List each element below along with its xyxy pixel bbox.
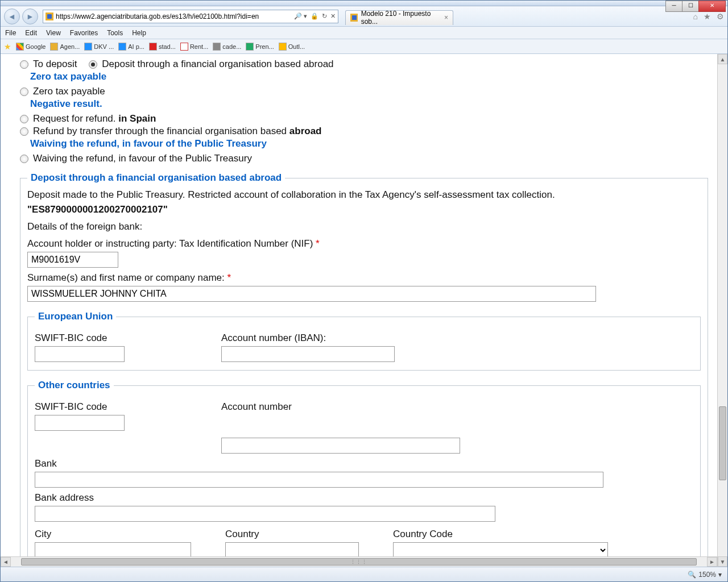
close-button[interactable]: ✕ — [698, 1, 726, 12]
scroll-thumb[interactable] — [719, 406, 726, 480]
hscroll-right-arrow[interactable]: ► — [707, 557, 717, 567]
status-bar: 🔍 150% ▾ — [1, 567, 727, 581]
address-bar[interactable]: https://www2.agenciatributaria.gob.es/es… — [43, 10, 338, 23]
legend-eu: European Union — [35, 311, 116, 322]
deposit-intro: Deposit made to the Public Treasury. Res… — [27, 189, 701, 201]
tab-strip: Modelo 210 - Impuesto sob... × — [345, 8, 691, 25]
label-bank-addr: Bank address — [35, 492, 693, 504]
input-other-acct[interactable] — [221, 438, 460, 454]
menu-bar: File Edit View Favorites Tools Help — [1, 27, 727, 39]
input-eu-swift[interactable] — [35, 346, 125, 362]
label-eu-swift: SWIFT-BIC code — [35, 332, 125, 344]
zoom-value: 150% — [698, 571, 716, 579]
back-button[interactable]: ◄ — [4, 9, 20, 24]
lock-icon: 🔒 — [311, 13, 318, 20]
maximize-button[interactable]: ☐ — [682, 1, 699, 12]
fav-agen[interactable]: Agen... — [50, 43, 80, 51]
input-eu-iban[interactable] — [221, 346, 395, 362]
stop-icon[interactable]: ✕ — [330, 13, 336, 20]
label-other-swift: SWIFT-BIC code — [35, 401, 125, 413]
fav-pren[interactable]: Pren... — [246, 43, 274, 51]
browser-window: ─ ☐ ✕ ◄ ► https://www2.agenciatributaria… — [0, 0, 728, 582]
radio-to-deposit[interactable] — [20, 60, 28, 69]
radio-refund-spain[interactable] — [20, 115, 28, 123]
menu-edit[interactable]: Edit — [25, 29, 37, 37]
heading-negative: Negative result. — [30, 98, 708, 110]
label-refund-abroad: Refund by transfer through the financial… — [33, 126, 321, 137]
label-to-deposit: To deposit — [33, 59, 77, 70]
label-waive: Waiving the refund, in favour of the Pub… — [33, 153, 252, 164]
scroll-up-arrow[interactable]: ▲ — [718, 54, 727, 64]
nav-bar: ◄ ► https://www2.agenciatributaria.gob.e… — [1, 6, 727, 27]
heading-waive: Waiving the refund, in favour of the Pub… — [30, 138, 708, 149]
hscroll-thumb[interactable]: ⋮⋮⋮ — [21, 558, 697, 566]
fav-dkv[interactable]: DKV ... — [84, 43, 114, 51]
input-bank-addr[interactable] — [35, 506, 495, 522]
label-eu-iban: Account number (IBAN): — [221, 332, 395, 344]
label-city: City — [35, 529, 191, 540]
input-other-swift[interactable] — [35, 415, 125, 431]
input-name[interactable] — [27, 286, 596, 302]
fieldset-deposit-abroad: Deposit through a financial organisation… — [20, 172, 708, 567]
content-area: To deposit Deposit through a financial o… — [1, 54, 727, 567]
zoom-control[interactable]: 🔍 150% ▾ — [688, 571, 722, 579]
zoom-dropdown-icon[interactable]: ▾ — [718, 571, 722, 579]
tab-close-icon[interactable]: × — [444, 14, 448, 22]
home-icon[interactable]: ⌂ — [693, 12, 698, 21]
radio-deposit-abroad[interactable] — [89, 60, 97, 69]
input-country[interactable] — [225, 542, 359, 558]
horizontal-scrollbar[interactable]: ◄ ⋮⋮⋮ ► — [1, 556, 717, 567]
site-favicon — [46, 13, 53, 20]
label-country-code: Country Code — [393, 529, 608, 540]
legend-other: Other countries — [35, 380, 114, 391]
tools-gear-icon[interactable]: ⚙ — [717, 12, 724, 21]
address-controls: 🔎 ▾ 🔒 ↻ ✕ — [294, 13, 336, 20]
fav-aip[interactable]: AI p... — [118, 43, 144, 51]
forward-button[interactable]: ► — [22, 9, 38, 24]
vertical-scrollbar[interactable]: ▲ ▼ — [717, 54, 727, 567]
fav-google[interactable]: Google — [16, 43, 46, 51]
radio-refund-abroad[interactable] — [20, 127, 28, 136]
label-deposit-abroad: Deposit through a financial organisation… — [102, 59, 333, 70]
search-dropdown-icon[interactable]: 🔎 ▾ — [294, 13, 307, 20]
title-bar: ─ ☐ ✕ — [1, 1, 727, 6]
scroll-down-arrow[interactable]: ▼ — [718, 556, 727, 567]
menu-help[interactable]: Help — [132, 29, 146, 37]
page-body: To deposit Deposit through a financial o… — [1, 54, 717, 567]
fav-stad[interactable]: stad... — [149, 43, 176, 51]
label-bank: Bank — [35, 458, 693, 469]
url-text: https://www2.agenciatributaria.gob.es/es… — [56, 13, 259, 20]
label-name: Surname(s) and first name or company nam… — [27, 272, 701, 284]
fav-cade[interactable]: cade... — [213, 43, 241, 51]
label-nif: Account holder or instructing party: Tax… — [27, 238, 701, 250]
label-other-acct: Account number — [221, 401, 460, 413]
hscroll-left-arrow[interactable]: ◄ — [1, 557, 11, 567]
radio-zero-tax[interactable] — [20, 88, 28, 96]
label-zero-tax: Zero tax payable — [33, 86, 105, 97]
input-bank[interactable] — [35, 472, 603, 488]
menu-favorites[interactable]: Favorites — [70, 29, 98, 37]
radio-waive[interactable] — [20, 155, 28, 163]
menu-view[interactable]: View — [46, 29, 61, 37]
fieldset-other: Other countries SWIFT-BIC code Account n… — [27, 380, 701, 567]
menu-tools[interactable]: Tools — [107, 29, 123, 37]
menu-file[interactable]: File — [5, 29, 16, 37]
add-favorite-icon[interactable]: ★ — [4, 42, 11, 51]
label-country: Country — [225, 529, 359, 540]
legend-deposit-abroad: Deposit through a financial organisation… — [27, 172, 285, 184]
deposit-iban-literal: "ES8790000001200270002107" — [27, 204, 701, 215]
magnifier-icon: 🔍 — [688, 571, 696, 579]
refresh-icon[interactable]: ↻ — [322, 13, 327, 20]
favorites-bar: ★ Google Agen... DKV ... AI p... stad...… — [1, 39, 727, 54]
fav-rent[interactable]: Rent... — [180, 43, 208, 51]
minimize-button[interactable]: ─ — [665, 1, 682, 12]
details-foreign-bank: Details of the foreign bank: — [27, 221, 701, 232]
tab-active[interactable]: Modelo 210 - Impuesto sob... × — [345, 10, 453, 25]
heading-zero-tax: Zero tax payable — [30, 71, 708, 82]
input-nif[interactable] — [27, 252, 118, 268]
tab-title: Modelo 210 - Impuesto sob... — [361, 10, 441, 26]
favorites-icon[interactable]: ★ — [704, 12, 711, 21]
input-city[interactable] — [35, 542, 191, 558]
tab-favicon — [350, 14, 358, 22]
fav-outl[interactable]: Outl... — [279, 43, 305, 51]
